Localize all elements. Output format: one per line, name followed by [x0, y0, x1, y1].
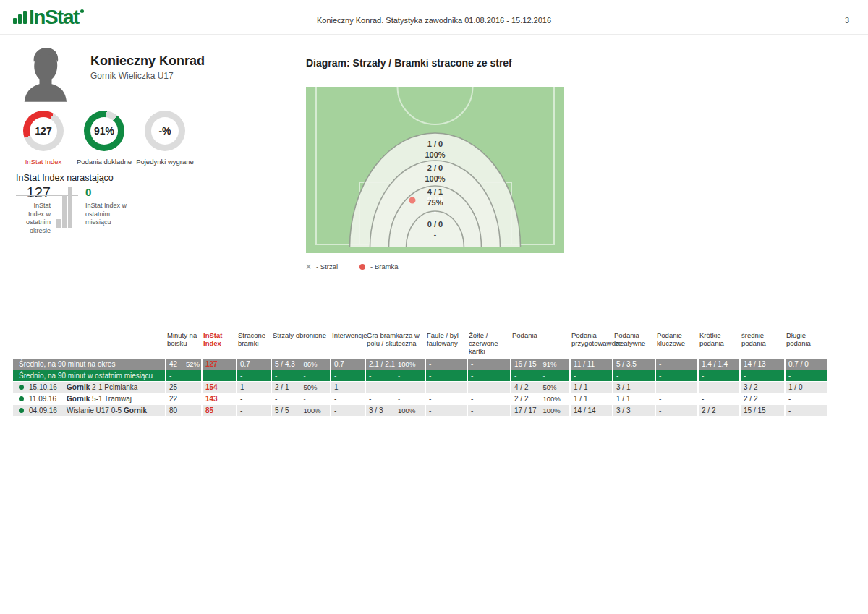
row-label-cell: 04.09.16Wislanie U17 0-5 Gornik — [13, 405, 165, 416]
document-title: Konieczny Konrad. Statystyka zawodnika 0… — [0, 16, 868, 25]
cell-minuty-na-boisku: 25 — [165, 382, 201, 393]
cell-instat-index: 85 — [201, 405, 236, 416]
player-team: Gornik Wieliczka U17 — [90, 71, 174, 81]
gauge-label: Pojedynki wygrane — [136, 158, 194, 166]
cell-gra-bramkarza: 2.1 / 2.1100% — [365, 359, 425, 370]
cell-krotkie-podania: 1.4 / 1.4 — [697, 359, 739, 370]
match-dot-icon — [19, 396, 24, 401]
cell-podania: 2 / 2100% — [510, 393, 569, 404]
table-row-avg-month: Średnio, na 90 minut w ostatnim miesiącu… — [13, 370, 827, 381]
zone1-value: 1 / 0 — [427, 140, 443, 148]
cell-podania-przygotowawcze: 14 / 14 — [569, 405, 612, 416]
trend-bar — [68, 187, 72, 228]
index-trend-title: InStat Index narastająco — [16, 173, 114, 183]
cell-podania-kreatywne: - — [612, 370, 655, 381]
match-name: Gornik 5-1 Tramwaj — [67, 393, 132, 404]
cell-interwencje: 1 — [330, 382, 365, 393]
index-trend-bars — [56, 185, 80, 228]
cell-kartki: - — [467, 382, 510, 393]
table-row-match-15.10.16: 15.10.16Gornik 2-1 Pcimianka2515412 / 15… — [13, 382, 827, 393]
gauge-value: -% — [145, 111, 185, 151]
cell-podanie-kluczowe: - — [655, 405, 697, 416]
gauge-label: InStat Index — [25, 158, 62, 166]
zone2-value: 2 / 0 — [427, 163, 443, 172]
header-cell-srednie-podania: średnie podania — [739, 331, 784, 355]
gauges-row: 127 InStat Index 91% Podania dokladne -%… — [13, 111, 195, 166]
gauge-value: 91% — [84, 111, 124, 151]
header-cell-interwencje: Interwencje — [330, 331, 365, 355]
pitch-diagram: 0 / 0 - 1 / 0 100% 2 / 0 100% 4 / 1 75% … — [306, 87, 564, 253]
cell-krotkie-podania: - — [697, 382, 739, 393]
header-cell-instat-index: InStat Index — [201, 331, 236, 355]
cell-srednie-podania: 2 / 2 — [739, 393, 784, 404]
match-date: 11.09.16 — [29, 393, 67, 404]
cell-strzaly-obronione: -- — [271, 393, 330, 404]
gauge-podania-dokladne: 91% Podania dokladne — [74, 111, 135, 166]
gauge-label: Podania dokladne — [77, 158, 132, 166]
index-trend: 127 InStat Index w ostatnim okresie 0 In… — [16, 185, 136, 235]
legend-label: - Strzal — [316, 263, 338, 270]
cell-kartki: - — [467, 359, 510, 370]
cell-dlugie-podania: - — [784, 370, 827, 381]
index-trend-month: 0 InStat Index w ostatnim miesiącu — [85, 185, 136, 227]
row-label-cell: Średnio, na 90 minut na okres — [13, 359, 165, 370]
cell-podania-przygotowawcze: 11 / 11 — [569, 359, 612, 370]
player-avatar — [22, 46, 69, 103]
cell-instat-index — [201, 370, 236, 381]
index-period-label: InStat Index w ostatnim okresie — [16, 202, 51, 235]
stats-table: Minuty na boiskuInStat IndexStracone bra… — [13, 331, 827, 416]
zone2-pct: 100% — [425, 174, 445, 183]
cell-gra-bramkarza: 3 / 3100% — [365, 405, 425, 416]
cell-interwencje: - — [330, 393, 365, 404]
match-name: Wislanie U17 0-5 Gornik — [67, 405, 147, 416]
cell-gra-bramkarza: -- — [365, 370, 425, 381]
player-name: Konieczny Konrad — [90, 54, 205, 69]
row-label: Średnio, na 90 minut na okres — [19, 359, 115, 370]
table-header-row: Minuty na boiskuInStat IndexStracone bra… — [13, 331, 827, 355]
goal-dot-icon — [359, 264, 365, 270]
shot-x-icon: × — [306, 263, 311, 270]
cell-faule: - — [425, 405, 467, 416]
cell-strzaly-obronione: -- — [271, 370, 330, 381]
cell-dlugie-podania: - — [784, 393, 827, 404]
row-label-cell: 11.09.16Gornik 5-1 Tramwaj — [13, 393, 165, 404]
cell-podania: 16 / 1591% — [510, 359, 569, 370]
gauge-ring: -% — [145, 111, 185, 151]
header-cell-kartki: Żółte / czerwone kartki — [467, 331, 510, 355]
gauge-ring: 127 — [23, 111, 64, 151]
cell-srednie-podania: - — [739, 370, 784, 381]
match-dot-icon — [19, 408, 24, 413]
cell-podania-kreatywne: 5 / 3.5 — [612, 359, 655, 370]
cell-strzaly-obronione: 2 / 150% — [271, 382, 330, 393]
match-date: 15.10.16 — [29, 382, 67, 393]
header-cell-gra-bramkarza: Gra bramkarza w polu / skuteczna — [365, 331, 425, 355]
zone1-pct: 100% — [425, 150, 445, 159]
gauge-value: 127 — [23, 111, 64, 151]
zone-labels: 0 / 0 - 1 / 0 100% 2 / 0 100% 4 / 1 75% … — [425, 140, 445, 239]
row-label-cell: 15.10.16Gornik 2-1 Pcimianka — [13, 382, 165, 393]
cell-podania: -- — [510, 370, 569, 381]
cell-podanie-kluczowe: - — [655, 382, 697, 393]
cell-srednie-podania: 3 / 2 — [739, 382, 784, 393]
header-cell-podanie-kluczowe: Podanie kluczowe — [655, 331, 697, 355]
match-dot-icon — [19, 385, 24, 390]
gauge-ring: 91% — [84, 111, 124, 151]
cell-podania: 4 / 250% — [510, 382, 569, 393]
cell-krotkie-podania: - — [697, 370, 739, 381]
cell-podanie-kluczowe: - — [655, 393, 697, 404]
cell-krotkie-podania: 2 / 2 — [697, 405, 739, 416]
cell-faule: - — [425, 393, 467, 404]
cell-podania: 17 / 17100% — [510, 405, 569, 416]
cell-strzaly-obronione: 5 / 4.386% — [271, 359, 330, 370]
cell-podanie-kluczowe: - — [655, 359, 697, 370]
cell-instat-index: 127 — [201, 359, 236, 370]
trend-bar — [62, 195, 67, 228]
cell-kartki: - — [467, 370, 510, 381]
cell-dlugie-podania: 1 / 0 — [784, 382, 827, 393]
header-cell-dlugie-podania: Długie podania — [784, 331, 827, 355]
report-page: InStat Konieczny Konrad. Statystyka zawo… — [0, 0, 868, 614]
index-month-label: InStat Index w ostatnim miesiącu — [85, 202, 136, 227]
cell-podania-kreatywne: 3 / 1 — [612, 382, 655, 393]
cell-stracone-bramki: 1 — [236, 382, 271, 393]
cell-podania-przygotowawcze: 1 / 1 — [569, 382, 612, 393]
